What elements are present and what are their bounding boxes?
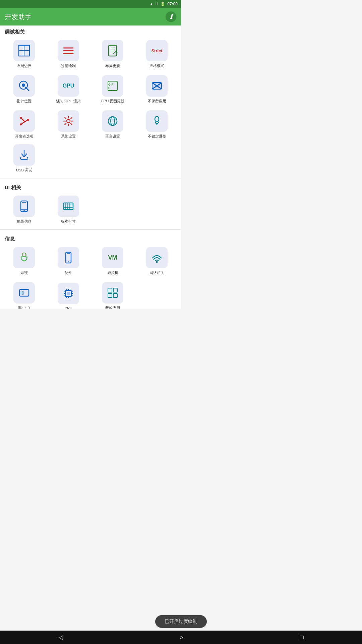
item-system-settings[interactable]: 系统设置 (47, 108, 90, 142)
svg-point-44 (22, 255, 23, 256)
item-force-gpu[interactable]: GPU 强制 GPU 渲染 (47, 72, 90, 106)
item-vm[interactable]: VM 虚拟机 (91, 244, 134, 278)
wifi-icon: ▲ (149, 2, 154, 6)
no-save-label: 不保留应用 (148, 99, 166, 104)
usb-debug-icon (13, 144, 35, 166)
svg-rect-70 (113, 293, 117, 298)
hardware-icon (58, 247, 79, 268)
divider-1 (0, 178, 181, 178)
divider-2 (0, 229, 181, 230)
pointer-label: 指针位置 (17, 99, 32, 104)
time: 07:00 (167, 2, 178, 6)
item-screen-info[interactable]: 屏幕信息 (3, 193, 46, 227)
screen-info-icon (13, 196, 35, 217)
standard-size-label: 标准尺寸 (61, 219, 76, 224)
item-standard-size[interactable]: 标准尺寸 (47, 193, 90, 227)
ids-icon: ID (13, 282, 35, 304)
system-settings-label: 系统设置 (61, 134, 76, 139)
svg-rect-67 (108, 288, 112, 292)
svg-rect-68 (113, 288, 117, 292)
app-header: 开发助手 ℹ (0, 8, 181, 25)
item-lang-settings[interactable]: 语言设置 (91, 108, 134, 142)
svg-text:ID: ID (20, 291, 24, 296)
no-save-icon (146, 75, 168, 97)
svg-point-33 (24, 210, 25, 211)
svg-rect-6 (109, 45, 117, 56)
battery-icon: 🔋 (160, 2, 165, 6)
item-no-lock[interactable]: 不锁定屏幕 (135, 108, 178, 142)
svg-point-48 (68, 261, 69, 262)
overdraw-label: 过度绘制 (61, 63, 76, 68)
svg-point-25 (155, 116, 159, 122)
network-icon (146, 247, 168, 268)
item-layout-update[interactable]: 布局更新 (91, 37, 134, 71)
svg-point-19 (20, 123, 22, 125)
dev-options-label: 开发者选项 (15, 134, 34, 139)
signal-icon: H (156, 2, 159, 6)
ui-grid: 屏幕信息 标准尺寸 (0, 193, 181, 227)
no-lock-icon (146, 110, 168, 132)
ids-label: 那些 ID (18, 306, 30, 309)
system-settings-icon (58, 110, 79, 132)
strict-mode-label: 严格模式 (149, 63, 164, 68)
item-network[interactable]: 网络相关 (135, 244, 178, 278)
app-title: 开发助手 (5, 12, 32, 21)
overdraw-icon (58, 40, 79, 61)
item-layout-bounds[interactable]: 布局边界 (3, 37, 46, 71)
svg-point-22 (111, 117, 115, 125)
svg-text:U: U (108, 87, 111, 90)
main-content: 调试相关 布局边界 过度绘制 布局更新 Strict 严格模式 (0, 25, 181, 309)
item-ids[interactable]: ID 那些 ID (3, 279, 46, 309)
item-overdraw[interactable]: 过度绘制 (47, 37, 90, 71)
item-dev-options[interactable]: 开发者选项 (3, 108, 46, 142)
my-apps-icon (102, 282, 123, 304)
item-gpu-view[interactable]: G PU GPU 视图更新 (91, 72, 134, 106)
item-hardware[interactable]: 硬件 (47, 244, 90, 278)
network-label: 网络相关 (149, 270, 164, 275)
svg-rect-69 (108, 293, 112, 298)
gpu-view-label: GPU 视图更新 (101, 99, 125, 104)
svg-rect-66 (67, 292, 70, 295)
svg-point-20 (67, 119, 70, 123)
cpu-icon (58, 283, 79, 304)
svg-point-17 (20, 117, 22, 119)
svg-point-8 (22, 84, 25, 87)
item-my-apps[interactable]: 我的应用 (91, 279, 134, 309)
svg-rect-35 (64, 203, 73, 210)
item-no-save[interactable]: 不保留应用 (135, 72, 178, 106)
info-grid: 系统 硬件 VM 虚拟机 网络相关 ID 那些 ID (0, 244, 181, 309)
gpu-view-icon: G PU (102, 75, 123, 97)
svg-point-18 (27, 119, 29, 121)
lang-settings-icon (102, 110, 123, 132)
system-icon (13, 247, 35, 268)
section-title-info: 信息 (0, 232, 181, 244)
item-cpu[interactable]: CPU (47, 279, 90, 309)
layout-update-label: 布局更新 (105, 63, 120, 68)
section-title-debug: 调试相关 (0, 25, 181, 37)
vm-label: 虚拟机 (107, 270, 118, 275)
svg-text:G P: G P (108, 83, 114, 86)
my-apps-label: 我的应用 (105, 306, 120, 309)
item-strict-mode[interactable]: Strict 严格模式 (135, 37, 178, 71)
svg-point-50 (156, 261, 158, 263)
svg-point-45 (25, 255, 26, 256)
screen-info-label: 屏幕信息 (17, 219, 32, 224)
strict-mode-icon: Strict (146, 40, 168, 61)
item-usb-debug[interactable]: USB 调试 (3, 142, 46, 175)
svg-rect-42 (21, 256, 22, 259)
force-gpu-icon: GPU (58, 75, 79, 97)
cpu-label: CPU (64, 306, 72, 309)
item-system[interactable]: 系统 (3, 244, 46, 278)
lang-settings-label: 语言设置 (105, 134, 120, 139)
layout-update-icon (102, 40, 123, 61)
no-lock-label: 不锁定屏幕 (148, 134, 166, 139)
status-bar: ▲ H 🔋 07:00 (0, 0, 181, 8)
force-gpu-label: 强制 GPU 渲染 (56, 99, 81, 104)
layout-bounds-icon (13, 40, 35, 61)
info-button[interactable]: ℹ (166, 11, 176, 22)
svg-rect-43 (26, 256, 27, 259)
item-pointer[interactable]: 指针位置 (3, 72, 46, 106)
svg-point-21 (108, 117, 117, 125)
vm-icon: VM (102, 247, 123, 268)
debug-grid: 布局边界 过度绘制 布局更新 Strict 严格模式 指针位置 (0, 37, 181, 142)
